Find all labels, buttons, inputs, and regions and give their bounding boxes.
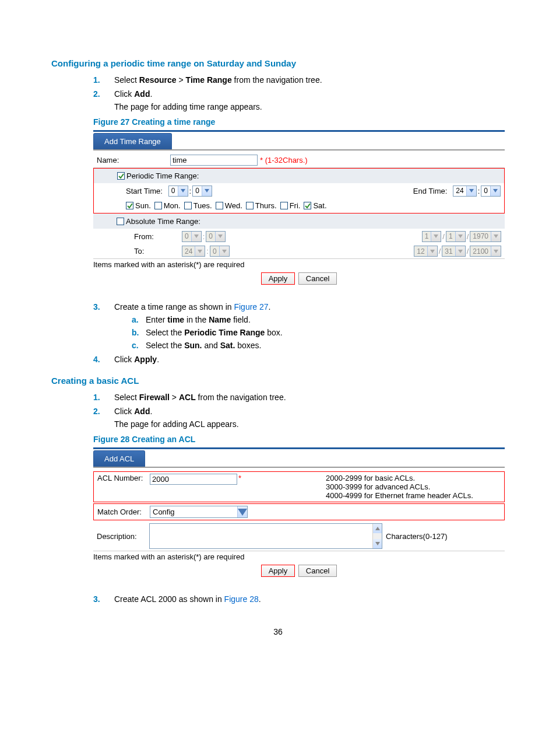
from-year-select: 1970: [470, 231, 501, 242]
step-text: Select Resource > Time Range from the na…: [114, 75, 322, 85]
end-minute-select[interactable]: 0: [481, 186, 501, 197]
svg-marker-13: [494, 250, 498, 253]
day-sun-label: Sun.: [135, 201, 151, 210]
description-hint: Characters(0-127): [386, 532, 448, 541]
step-number: 2.: [93, 89, 100, 99]
step-number: 3.: [93, 302, 100, 312]
step-text: Select Firewall > ACL from the navigatio…: [114, 393, 286, 402]
substep-text: Select the Periodic Time Range box.: [146, 328, 283, 337]
start-minute-select[interactable]: 0: [192, 186, 212, 197]
periodic-label: Periodic Time Range:: [126, 172, 199, 180]
figure-caption-28: Figure 28 Creating an ACL: [93, 435, 505, 444]
day-wed-label: Wed.: [225, 201, 242, 210]
svg-marker-3: [493, 189, 498, 192]
cancel-button[interactable]: Cancel: [298, 272, 337, 285]
day-tue-checkbox[interactable]: [184, 202, 192, 209]
to-day-select: 12: [414, 246, 437, 257]
tab-add-acl[interactable]: Add ACL: [93, 450, 145, 467]
step-number: 1.: [93, 393, 100, 402]
to-hour-select: 24: [182, 246, 205, 257]
section-heading-1: Configuring a periodic time range on Sat…: [51, 58, 505, 68]
step-subtext: The page for adding ACL appears.: [114, 419, 505, 429]
apply-button[interactable]: Apply: [261, 565, 295, 577]
svg-marker-15: [375, 527, 380, 530]
name-input[interactable]: [170, 155, 258, 166]
from-minute-select: 0: [206, 231, 226, 242]
day-fri-checkbox[interactable]: [280, 202, 288, 209]
svg-marker-6: [434, 235, 438, 238]
svg-marker-11: [430, 250, 435, 253]
to-minute-select: 0: [210, 246, 230, 257]
svg-marker-2: [469, 189, 474, 192]
svg-marker-9: [198, 250, 202, 253]
day-tue-label: Tues.: [193, 201, 212, 210]
required-footnote: Items marked with an asterisk(*) are req…: [93, 259, 505, 270]
svg-marker-16: [375, 542, 380, 545]
figure-27-screenshot: Add Time Range Name: * (1-32Chars.) Peri…: [93, 130, 505, 285]
end-hour-select[interactable]: 24: [453, 186, 476, 197]
day-sat-checkbox[interactable]: [304, 202, 311, 209]
from-label: From:: [134, 232, 176, 241]
step-number: 2.: [93, 407, 100, 416]
svg-marker-1: [205, 189, 209, 192]
step-text: Click Add.: [114, 89, 152, 99]
figure-27-link[interactable]: Figure 27: [234, 302, 268, 312]
figure-caption-27: Figure 27 Creating a time range: [93, 117, 505, 127]
day-wed-checkbox[interactable]: [216, 202, 223, 209]
step-number: 1.: [93, 75, 100, 85]
svg-marker-8: [494, 235, 498, 238]
substep-text: Select the Sun. and Sat. boxes.: [146, 341, 261, 350]
svg-marker-7: [458, 235, 463, 238]
step-number: 4.: [93, 355, 100, 364]
tab-add-time-range[interactable]: Add Time Range: [93, 133, 172, 149]
substep-text: Enter time in the Name field.: [146, 315, 251, 324]
svg-marker-0: [181, 189, 185, 192]
svg-marker-14: [238, 509, 247, 516]
name-hint: * (1-32Chars.): [260, 156, 308, 164]
page-number: 36: [51, 627, 505, 636]
substep-letter: c.: [132, 341, 139, 350]
description-label: Description:: [97, 532, 149, 541]
scroll-down-icon[interactable]: [373, 539, 382, 548]
absolute-checkbox[interactable]: [117, 218, 124, 225]
day-fri-label: Fri.: [290, 201, 301, 210]
cancel-button[interactable]: Cancel: [298, 565, 337, 577]
from-hour-select: 0: [182, 231, 202, 242]
step-text: Click Add.: [114, 407, 152, 416]
substep-letter: a.: [132, 315, 139, 324]
svg-marker-4: [194, 235, 199, 238]
day-sun-checkbox[interactable]: [126, 202, 133, 209]
step-subtext: The page for adding time range appears.: [114, 102, 505, 111]
apply-button[interactable]: Apply: [261, 272, 295, 285]
day-mon-checkbox[interactable]: [154, 202, 162, 209]
match-order-select[interactable]: Config: [150, 506, 248, 518]
to-label: To:: [134, 247, 176, 256]
day-thu-label: Thurs.: [255, 201, 277, 210]
acl-number-help: 2000-2999 for basic ACLs. 3000-3999 for …: [326, 474, 501, 500]
day-thu-checkbox[interactable]: [246, 202, 254, 209]
absolute-label: Absolute Time Range:: [126, 217, 200, 226]
step-text: Click Apply.: [114, 355, 159, 364]
description-textarea[interactable]: [149, 523, 382, 549]
figure-28-screenshot: Add ACL ACL Number: * 2000-2999 for basi…: [93, 447, 505, 577]
figure-28-link[interactable]: Figure 28: [224, 594, 259, 604]
match-order-label: Match Order:: [97, 508, 150, 516]
start-hour-select[interactable]: 0: [168, 186, 188, 197]
start-time-label: Start Time:: [126, 187, 163, 195]
svg-marker-10: [222, 250, 227, 253]
required-footnote: Items marked with an asterisk(*) are req…: [93, 551, 505, 562]
substep-letter: b.: [132, 328, 139, 337]
step-text: Create a time range as shown in Figure 2…: [114, 302, 271, 312]
svg-marker-5: [218, 235, 223, 238]
day-sat-label: Sat.: [313, 201, 326, 210]
from-day-select: 1: [422, 231, 442, 242]
to-year-select: 2100: [470, 246, 501, 257]
svg-marker-12: [458, 250, 463, 253]
periodic-checkbox[interactable]: [117, 172, 125, 180]
name-label: Name:: [97, 156, 164, 164]
section-heading-2: Creating a basic ACL: [51, 376, 505, 386]
scroll-up-icon[interactable]: [373, 524, 382, 533]
acl-number-label: ACL Number:: [97, 474, 150, 482]
acl-number-input[interactable]: [150, 474, 237, 485]
end-time-label: End Time:: [413, 187, 448, 195]
